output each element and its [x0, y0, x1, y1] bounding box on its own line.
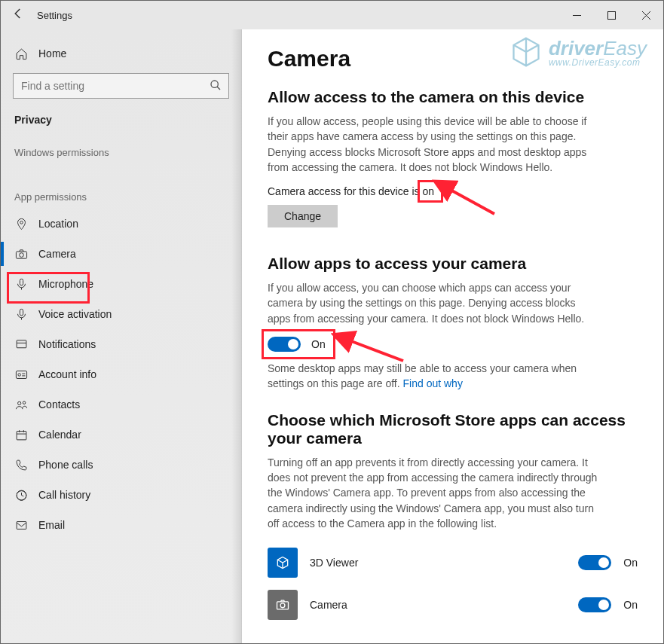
history-icon [14, 489, 28, 502]
app-toggle-3d-viewer[interactable] [578, 555, 611, 570]
calendar-icon [14, 429, 28, 441]
sidebar-item-label: Email [38, 519, 65, 531]
sidebar-item-label: Calendar [38, 429, 81, 441]
main-content: driverEasy www.DriverEasy.com Camera All… [242, 29, 663, 643]
sidebar-group-windows-permissions: Windows permissions [1, 136, 241, 164]
minimize-button[interactable] [559, 1, 594, 29]
camera-app-icon [268, 590, 298, 620]
section2-heading: Allow apps to access your camera [268, 255, 638, 273]
app-toggle-label: On [623, 599, 638, 611]
sidebar-group-app-permissions: App permissions [1, 181, 241, 209]
app-row-camera: Camera On [268, 584, 638, 626]
section3-description: Turning off an app prevents it from dire… [268, 455, 599, 531]
device-access-value: on [422, 185, 434, 197]
sidebar-section-current: Privacy [1, 109, 241, 136]
sidebar-item-account-info[interactable]: Account info [1, 359, 241, 389]
sidebar-item-label: Contacts [38, 398, 80, 411]
sidebar-item-camera[interactable]: Camera [1, 239, 241, 269]
sidebar-item-label: Phone calls [38, 459, 93, 471]
phone-icon [14, 459, 28, 472]
svg-point-16 [17, 373, 20, 376]
maximize-button[interactable] [594, 1, 629, 29]
app-name: Camera [310, 599, 347, 611]
sidebar-item-label: Voice activation [38, 308, 112, 320]
sidebar-item-location[interactable]: Location [1, 209, 241, 239]
search-input[interactable] [13, 73, 229, 99]
contacts-icon [14, 398, 28, 411]
sidebar-home-label: Home [38, 47, 66, 60]
search-icon [210, 79, 222, 94]
section1-description: If you allow access, people using this d… [268, 114, 599, 175]
section2-description: If you allow access, you can choose whic… [268, 280, 599, 326]
location-icon [14, 218, 28, 230]
sidebar-item-notifications[interactable]: Notifications [1, 329, 241, 359]
svg-point-19 [17, 401, 20, 404]
sidebar-item-contacts[interactable]: Contacts [1, 389, 241, 420]
svg-rect-21 [17, 431, 26, 439]
svg-point-4 [211, 81, 218, 87]
section1-heading: Allow access to the camera on this devic… [268, 88, 638, 106]
microphone-icon [14, 278, 28, 291]
titlebar: Settings [1, 1, 663, 29]
sidebar-item-label: Microphone [38, 278, 93, 290]
sidebar-item-call-history[interactable]: Call history [1, 480, 241, 510]
svg-point-8 [19, 252, 23, 257]
apps-access-toggle[interactable] [268, 337, 301, 352]
app-toggle-label: On [623, 557, 638, 569]
notifications-icon [14, 338, 28, 351]
device-access-status: Camera access for this device is on [268, 185, 638, 197]
svg-point-6 [20, 221, 23, 224]
app-row-3d-viewer: 3D Viewer On [268, 542, 638, 584]
close-button[interactable] [629, 1, 663, 29]
window-title: Settings [37, 10, 72, 21]
email-icon [14, 519, 28, 532]
sidebar: Home Privacy Windows permissions App per… [1, 29, 242, 643]
svg-rect-9 [20, 279, 23, 285]
3d-viewer-icon [268, 548, 298, 578]
camera-icon [14, 248, 28, 261]
account-icon [14, 368, 28, 381]
page-title: Camera [268, 46, 638, 72]
sidebar-item-label: Call history [38, 489, 90, 501]
app-name: 3D Viewer [310, 557, 358, 569]
sidebar-item-phone-calls[interactable]: Phone calls [1, 450, 241, 480]
sidebar-item-microphone[interactable]: Microphone [1, 269, 241, 299]
home-icon [14, 47, 28, 60]
sidebar-item-label: Notifications [38, 338, 96, 350]
sidebar-item-voice-activation[interactable]: Voice activation [1, 299, 241, 329]
svg-point-20 [23, 401, 26, 404]
sidebar-item-label: Camera [38, 248, 76, 260]
change-button[interactable]: Change [268, 205, 338, 227]
sidebar-home[interactable]: Home [1, 38, 241, 69]
section2-note: Some desktop apps may still be able to a… [268, 361, 599, 392]
svg-line-5 [217, 87, 220, 90]
sidebar-item-label: Account info [38, 368, 96, 380]
svg-rect-13 [17, 340, 26, 347]
back-button[interactable] [5, 7, 31, 24]
sidebar-item-calendar[interactable]: Calendar [1, 420, 241, 450]
section3-heading: Choose which Microsoft Store apps can ac… [268, 411, 638, 447]
app-toggle-camera[interactable] [578, 597, 611, 612]
sidebar-item-email[interactable]: Email [1, 510, 241, 540]
svg-point-28 [280, 603, 285, 608]
find-out-why-link[interactable]: Find out why [403, 377, 463, 389]
voice-icon [14, 308, 28, 321]
svg-rect-1 [607, 11, 615, 19]
sidebar-item-label: Location [38, 218, 78, 230]
svg-rect-11 [20, 309, 23, 316]
svg-rect-26 [17, 521, 26, 529]
apps-access-toggle-label: On [311, 338, 326, 350]
